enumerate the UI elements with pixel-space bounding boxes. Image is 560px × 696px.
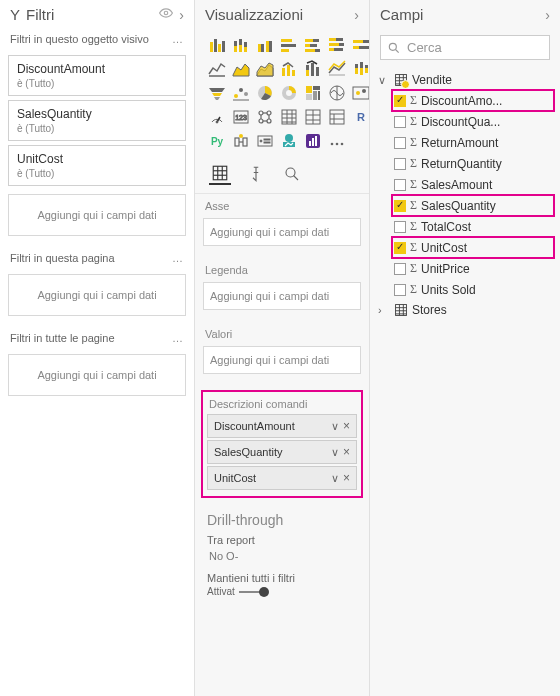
field-row[interactable]: ΣDiscountQua... xyxy=(392,111,554,132)
checkbox[interactable] xyxy=(394,95,406,107)
more-icon[interactable]: … xyxy=(172,332,184,344)
analytics-tab[interactable] xyxy=(281,163,303,185)
remove-icon[interactable]: × xyxy=(343,445,350,459)
chevron-right-icon[interactable]: › xyxy=(354,7,359,23)
table-icon xyxy=(394,303,408,317)
svg-rect-46 xyxy=(360,68,363,75)
keep-filters-toggle[interactable]: Attivat xyxy=(195,586,369,597)
viz-type-icon[interactable] xyxy=(255,83,275,103)
viz-type-icon[interactable] xyxy=(255,107,275,127)
legend-label: Legenda xyxy=(195,258,369,278)
viz-type-icon[interactable] xyxy=(255,59,275,79)
viz-type-icon[interactable] xyxy=(207,59,227,79)
viz-type-icon[interactable] xyxy=(207,107,227,127)
svg-rect-98 xyxy=(243,138,247,146)
field-row[interactable]: ΣReturnQuantity xyxy=(392,153,554,174)
chevron-down-icon[interactable]: ∨ xyxy=(378,74,390,87)
viz-type-icon[interactable] xyxy=(279,83,299,103)
more-icon[interactable]: … xyxy=(172,252,184,264)
checkbox[interactable] xyxy=(394,263,406,275)
viz-type-icon[interactable] xyxy=(231,35,251,55)
chevron-down-icon[interactable]: ∨ xyxy=(331,472,339,485)
viz-type-icon[interactable] xyxy=(327,35,347,55)
svg-line-120 xyxy=(294,176,299,181)
checkbox[interactable] xyxy=(394,221,406,233)
checkbox[interactable] xyxy=(394,200,406,212)
field-row[interactable]: ΣReturnAmount xyxy=(392,132,554,153)
checkbox[interactable] xyxy=(394,242,406,254)
filter-card[interactable]: DiscountAmountè (Tutto) xyxy=(8,55,186,96)
viz-type-icon[interactable] xyxy=(231,83,251,103)
remove-icon[interactable]: × xyxy=(343,419,350,433)
viz-type-icon[interactable] xyxy=(303,35,323,55)
field-row[interactable]: ΣUnits Sold xyxy=(392,279,554,300)
viz-type-icon[interactable] xyxy=(279,35,299,55)
chevron-down-icon[interactable]: ∨ xyxy=(331,420,339,433)
remove-icon[interactable]: × xyxy=(343,471,350,485)
viz-type-icon[interactable] xyxy=(279,131,299,151)
viz-type-icon[interactable] xyxy=(327,107,347,127)
tooltip-field[interactable]: SalesQuantity∨× xyxy=(207,440,357,464)
field-row[interactable]: ΣSalesAmount xyxy=(392,174,554,195)
table-row[interactable]: ›Stores xyxy=(376,300,554,320)
svg-line-122 xyxy=(396,49,399,52)
checkbox[interactable] xyxy=(394,158,406,170)
viz-type-icon[interactable] xyxy=(327,83,347,103)
viz-type-icon[interactable] xyxy=(279,107,299,127)
viz-type-icon[interactable]: Py xyxy=(207,131,227,151)
svg-rect-4 xyxy=(222,41,225,52)
tooltip-field[interactable]: DiscountAmount∨× xyxy=(207,414,357,438)
viz-type-icon[interactable] xyxy=(207,35,227,55)
axis-dropzone[interactable]: Aggiungi qui i campi dati xyxy=(203,218,361,246)
legend-dropzone[interactable]: Aggiungi qui i campi dati xyxy=(203,282,361,310)
checkbox[interactable] xyxy=(394,137,406,149)
filter-card[interactable]: SalesQuantityè (Tutto) xyxy=(8,100,186,141)
checkbox[interactable] xyxy=(394,116,406,128)
more-icon[interactable]: … xyxy=(172,33,184,45)
viz-type-icon[interactable] xyxy=(231,59,251,79)
chevron-right-icon[interactable]: › xyxy=(378,304,390,316)
filters-all-dropzone[interactable]: Aggiungi qui i campi dati xyxy=(8,354,186,396)
viz-type-icon[interactable]: R xyxy=(351,107,370,127)
viz-type-icon[interactable] xyxy=(303,131,323,151)
chevron-down-icon[interactable]: ∨ xyxy=(331,446,339,459)
tooltip-field[interactable]: UnitCost∨× xyxy=(207,466,357,490)
viz-type-icon[interactable] xyxy=(351,35,370,55)
table-row[interactable]: ∨Vendite xyxy=(376,70,554,90)
search-input[interactable]: Cerca xyxy=(380,35,550,60)
field-row[interactable]: ΣSalesQuantity xyxy=(392,195,554,216)
filters-visual-dropzone[interactable]: Aggiungi qui i campi dati xyxy=(8,194,186,236)
filters-page-dropzone[interactable]: Aggiungi qui i campi dati xyxy=(8,274,186,316)
chevron-right-icon[interactable]: › xyxy=(545,7,550,23)
viz-type-icon[interactable] xyxy=(327,131,347,151)
field-row[interactable]: ΣUnitPrice xyxy=(392,258,554,279)
chevron-right-icon[interactable]: › xyxy=(179,7,184,23)
viz-type-icon[interactable] xyxy=(327,59,347,79)
viz-type-icon[interactable] xyxy=(207,83,227,103)
checkbox[interactable] xyxy=(394,179,406,191)
field-row[interactable]: ΣUnitCost xyxy=(392,237,554,258)
filter-card[interactable]: UnitCostè (Tutto) xyxy=(8,145,186,186)
viz-type-icon[interactable]: 123 xyxy=(231,107,251,127)
field-row[interactable]: ΣDiscountAmo... xyxy=(392,90,554,111)
filters-visual-label: Filtri in questo oggetto visivo … xyxy=(0,29,194,51)
viz-type-icon[interactable] xyxy=(255,35,275,55)
viz-type-icon[interactable] xyxy=(255,131,275,151)
format-tab[interactable] xyxy=(245,163,267,185)
values-dropzone[interactable]: Aggiungi qui i campi dati xyxy=(203,346,361,374)
viz-type-icon[interactable] xyxy=(303,83,323,103)
viz-type-icon[interactable] xyxy=(303,59,323,79)
fields-tab[interactable] xyxy=(209,163,231,185)
viz-type-icon[interactable] xyxy=(231,131,251,151)
field-row[interactable]: ΣTotalCost xyxy=(392,216,554,237)
sigma-icon: Σ xyxy=(410,135,417,150)
checkbox[interactable] xyxy=(394,284,406,296)
visibility-icon[interactable] xyxy=(159,6,173,23)
cross-report-toggle[interactable]: No O- xyxy=(195,548,369,570)
viz-type-icon[interactable] xyxy=(351,83,370,103)
svg-rect-10 xyxy=(244,47,247,52)
viz-type-icon[interactable] xyxy=(279,59,299,79)
sigma-icon: Σ xyxy=(410,240,417,255)
viz-type-icon[interactable] xyxy=(351,59,370,79)
viz-type-icon[interactable] xyxy=(303,107,323,127)
